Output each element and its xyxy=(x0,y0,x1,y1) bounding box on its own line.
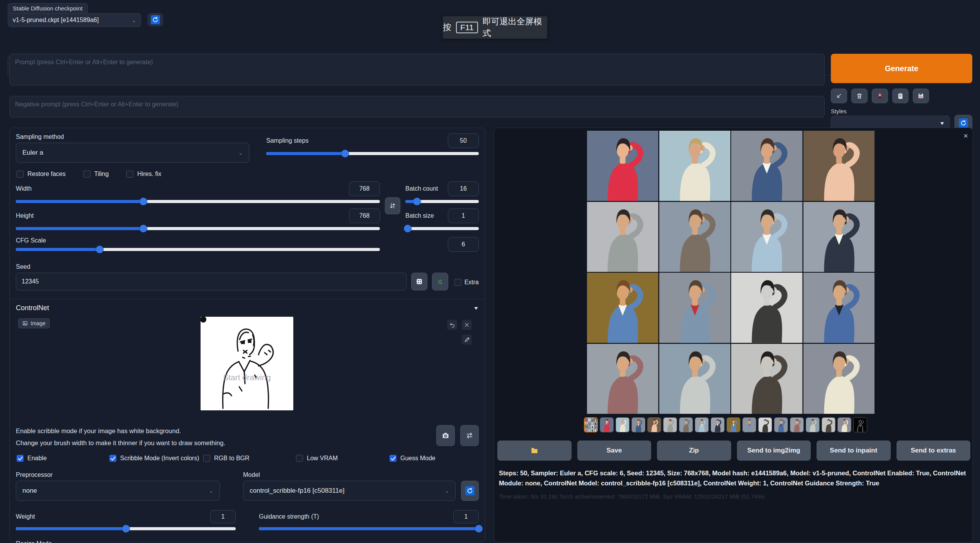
send-to-extras-button[interactable]: Send to extras xyxy=(897,441,971,461)
style-marker-button[interactable] xyxy=(872,89,888,103)
gallery-image-7[interactable] xyxy=(731,202,803,272)
gallery-image-2[interactable] xyxy=(659,131,731,201)
gallery-image-13[interactable] xyxy=(587,344,658,414)
canvas-undo-button[interactable] xyxy=(447,320,457,330)
gallery-close-button[interactable]: × xyxy=(963,132,968,140)
gallery-thumbnail-9[interactable] xyxy=(726,417,740,432)
preprocessor-dropdown[interactable]: none ⌄ xyxy=(16,481,220,501)
gallery-thumbnail-1[interactable] xyxy=(600,417,614,432)
gallery-image-15[interactable] xyxy=(731,344,803,414)
send-to-img2img-button[interactable]: Send to img2img xyxy=(737,441,811,461)
generate-button[interactable]: Generate xyxy=(831,54,972,83)
negative-prompt-input[interactable] xyxy=(9,96,825,118)
gallery-image-5[interactable] xyxy=(587,202,658,272)
checkbox-box xyxy=(390,455,396,462)
controlnet-image-tab[interactable]: Image xyxy=(18,318,50,328)
gallery-image-11[interactable] xyxy=(731,273,803,343)
weight-label: Weight xyxy=(16,513,35,520)
batch-count-slider[interactable] xyxy=(405,200,479,203)
gallery-thumbnail-grid[interactable] xyxy=(584,417,598,432)
gallery-thumbnail-7[interactable] xyxy=(695,417,709,432)
sampling-method-dropdown[interactable]: Euler a ⌄ xyxy=(16,143,249,163)
canvas-brush-button[interactable] xyxy=(462,335,472,345)
guidance-strength-slider[interactable] xyxy=(259,527,479,530)
gallery-image-14[interactable] xyxy=(659,344,731,414)
gallery-image-10[interactable] xyxy=(659,273,731,343)
mirror-webcam-button[interactable] xyxy=(460,425,479,446)
checkpoint-refresh-button[interactable] xyxy=(148,13,163,26)
gallery-thumbnail-3[interactable] xyxy=(631,417,645,432)
seed-label: Seed xyxy=(16,263,407,270)
gallery-thumbnail-5[interactable] xyxy=(663,417,677,432)
gallery-thumbnail-8[interactable] xyxy=(711,417,725,432)
height-value[interactable]: 768 xyxy=(349,208,380,223)
open-folder-button[interactable] xyxy=(497,441,572,461)
gallery-thumbnail-4[interactable] xyxy=(647,417,661,432)
width-value[interactable]: 768 xyxy=(349,181,380,196)
sampling-steps-label: Sampling steps xyxy=(266,137,308,144)
checkbox-tiling[interactable]: Tiling xyxy=(83,171,109,178)
model-refresh-button[interactable] xyxy=(461,481,479,501)
pencil-icon xyxy=(464,337,470,343)
extra-seed-checkbox[interactable]: Extra xyxy=(454,279,479,290)
checkbox-hires-fix[interactable]: Hires. fix xyxy=(126,171,161,178)
checkbox-rgb-to-bgr[interactable]: RGB to BGR xyxy=(203,455,250,462)
clear-prompt-button[interactable] xyxy=(851,89,868,103)
zip-button[interactable]: Zip xyxy=(657,441,731,461)
batch-count-value[interactable]: 16 xyxy=(448,181,479,196)
gallery-image-8[interactable] xyxy=(803,202,875,272)
sampling-steps-slider[interactable] xyxy=(266,152,479,155)
gallery-thumbnail-11[interactable] xyxy=(758,417,772,432)
webcam-button[interactable] xyxy=(436,425,455,446)
checkbox-low-vram[interactable]: Low VRAM xyxy=(296,455,338,462)
gallery-thumbnail-scribble[interactable] xyxy=(853,417,867,432)
gallery-thumbnail-13[interactable] xyxy=(790,417,804,432)
seed-input[interactable] xyxy=(16,273,407,290)
checkpoint-dropdown[interactable]: v1-5-pruned.ckpt [e1441589a6] ⌄ xyxy=(8,13,141,27)
gallery-image-12[interactable] xyxy=(803,273,875,343)
gallery-image-9[interactable] xyxy=(587,273,658,343)
sampling-steps-value[interactable]: 50 xyxy=(448,133,479,148)
paste-params-button[interactable] xyxy=(892,89,909,103)
gallery-thumbnail-15[interactable] xyxy=(822,417,835,432)
gallery-image-3[interactable] xyxy=(731,131,803,201)
height-slider[interactable] xyxy=(16,227,380,230)
save-button[interactable]: Save xyxy=(577,441,652,461)
cfg-value[interactable]: 6 xyxy=(448,237,479,252)
save-style-button[interactable] xyxy=(913,89,929,103)
cfg-slider[interactable] xyxy=(16,248,380,251)
weight-slider[interactable] xyxy=(16,527,236,530)
controlnet-canvas[interactable]: Start drawing xyxy=(201,317,293,410)
gallery-thumbnail-12[interactable] xyxy=(774,417,788,432)
gallery-thumbnail-2[interactable] xyxy=(616,417,630,432)
model-dropdown[interactable]: control_scribble-fp16 [c508311e] ⌄ xyxy=(243,481,456,501)
gallery-thumbnail-16[interactable] xyxy=(837,417,851,432)
canvas-clear-button[interactable] xyxy=(462,320,472,330)
weight-value[interactable]: 1 xyxy=(210,510,236,523)
gallery-thumbnail-10[interactable] xyxy=(742,417,756,432)
batch-size-value[interactable]: 1 xyxy=(448,208,479,223)
checkbox-scribble-mode-invert-colors[interactable]: Scribble Mode (Invert colors) xyxy=(109,455,199,462)
checkbox-enable[interactable]: Enable xyxy=(17,455,47,462)
swap-width-height-button[interactable] xyxy=(385,197,400,214)
gallery-thumbnail-6[interactable] xyxy=(679,417,693,432)
interrupt-arrow-button[interactable] xyxy=(831,89,847,103)
batch-size-slider[interactable] xyxy=(405,227,479,230)
generation-info-text: Steps: 50, Sampler: Euler a, CFG scale: … xyxy=(499,468,969,488)
collapse-triangle-icon[interactable] xyxy=(473,306,479,311)
random-seed-button[interactable] xyxy=(411,273,427,290)
close-icon xyxy=(464,322,470,328)
guidance-strength-value[interactable]: 1 xyxy=(453,510,479,523)
reuse-seed-button[interactable] xyxy=(432,273,448,290)
controlnet-title: ControlNet xyxy=(16,304,49,312)
gallery-image-1[interactable] xyxy=(587,131,658,201)
gallery-image-6[interactable] xyxy=(659,202,731,272)
gallery-image-16[interactable] xyxy=(803,344,875,414)
checkbox-restore-faces[interactable]: Restore faces xyxy=(17,171,66,178)
gallery-thumbnail-14[interactable] xyxy=(806,417,820,432)
send-to-inpaint-button[interactable]: Send to inpaint xyxy=(817,441,891,461)
prompt-input[interactable] xyxy=(9,54,825,85)
gallery-image-4[interactable] xyxy=(803,131,875,201)
width-slider[interactable] xyxy=(16,200,380,203)
checkbox-guess-mode[interactable]: Guess Mode xyxy=(390,455,436,462)
